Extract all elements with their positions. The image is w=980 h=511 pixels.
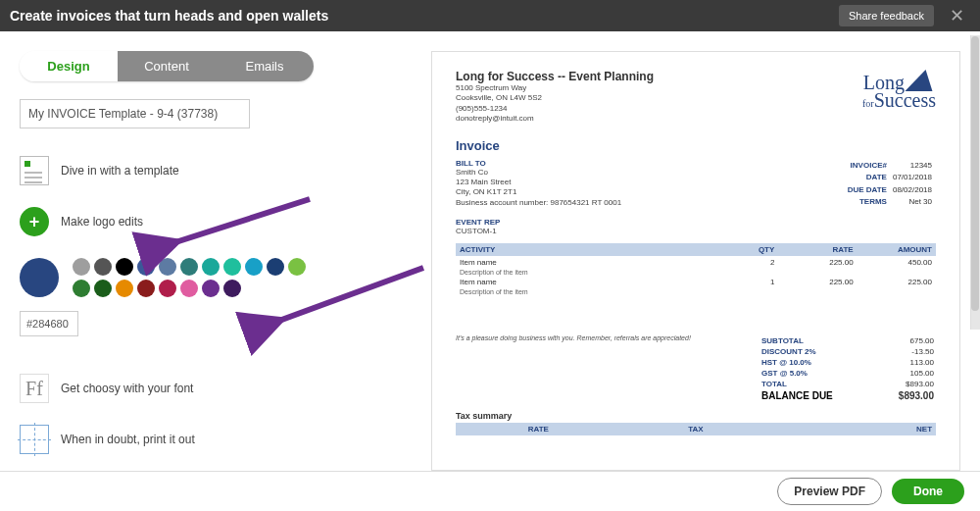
billto-street: 123 Main Street xyxy=(456,178,621,187)
logo-line2: Success xyxy=(874,89,936,111)
left-panel: Design Content Emails Dive in with a tem… xyxy=(20,51,412,471)
color-swatch[interactable] xyxy=(159,280,176,297)
tabs: Design Content Emails xyxy=(20,51,314,81)
print-size-icon xyxy=(20,425,49,454)
logo-for: for xyxy=(862,98,874,109)
color-swatch[interactable] xyxy=(202,258,220,276)
color-swatch[interactable] xyxy=(94,280,112,297)
invoice-title: Invoice xyxy=(456,138,936,153)
company-name: Long for Success -- Event Planning xyxy=(456,70,654,83)
tab-content[interactable]: Content xyxy=(118,51,216,81)
items-body: Item name2225.00450.00Description of the… xyxy=(456,256,936,295)
color-swatch[interactable] xyxy=(73,258,90,276)
done-button[interactable]: Done xyxy=(892,479,964,504)
header-right: Share feedback ✕ xyxy=(839,5,970,26)
scrollbar-thumb[interactable] xyxy=(971,36,979,311)
preview-pdf-button[interactable]: Preview PDF xyxy=(777,478,882,505)
option-label: Get choosy with your font xyxy=(61,382,193,395)
page-title: Create invoices that turn heads and open… xyxy=(10,8,328,24)
color-swatch[interactable] xyxy=(94,258,112,276)
template-icon xyxy=(20,156,49,185)
item-row: Item name2225.00450.00 xyxy=(456,256,936,269)
company-block: Long for Success -- Event Planning 5100 … xyxy=(456,70,654,125)
color-swatch[interactable] xyxy=(73,280,90,297)
color-swatch[interactable] xyxy=(223,258,241,276)
event-rep: EVENT REP CUSTOM-1 xyxy=(456,218,936,236)
tab-emails[interactable]: Emails xyxy=(216,51,314,81)
invoice-preview: Long for Success -- Event Planning 5100 … xyxy=(431,51,960,471)
color-swatch[interactable] xyxy=(116,280,133,297)
option-label: Make logo edits xyxy=(61,215,143,229)
color-swatch[interactable] xyxy=(180,280,198,297)
company-addr1: 5100 Spectrum Way xyxy=(456,83,654,93)
option-label: Dive in with a template xyxy=(61,164,179,178)
billto-block: BILL TO Smith Co 123 Main Street City, O… xyxy=(456,159,621,209)
tab-design[interactable]: Design xyxy=(20,51,118,81)
sail-icon xyxy=(905,70,939,91)
share-feedback-button[interactable]: Share feedback xyxy=(839,5,934,26)
tax-summary-label: Tax summary xyxy=(456,411,936,421)
billto-city: City, ON K1T 2T1 xyxy=(456,187,621,197)
plus-icon: + xyxy=(20,207,49,236)
annotation-arrow xyxy=(267,263,433,334)
thank-you-text: It's a pleasure doing business with you.… xyxy=(456,334,760,403)
billto-label: BILL TO xyxy=(456,159,621,168)
items-header: ACTIVITY QTY RATE AMOUNT xyxy=(456,243,936,256)
company-logo: Long forSuccess xyxy=(862,70,936,125)
svg-line-0 xyxy=(172,199,310,243)
bottom-bar: Preview PDF Done xyxy=(0,471,980,510)
invoice-meta: INVOICE#12345 DATE07/01/2018 DUE DATE08/… xyxy=(844,159,936,209)
svg-line-1 xyxy=(276,268,423,322)
color-swatch[interactable] xyxy=(116,258,133,276)
company-addr2: Cooksville, ON L4W 5S2 xyxy=(456,93,654,103)
color-swatch[interactable] xyxy=(223,280,241,297)
billto-name: Smith Co xyxy=(456,168,621,178)
color-swatch[interactable] xyxy=(159,258,176,276)
color-swatch[interactable] xyxy=(245,258,263,276)
color-swatch[interactable] xyxy=(137,258,155,276)
color-swatch[interactable] xyxy=(180,258,198,276)
color-swatch[interactable] xyxy=(137,280,155,297)
billto-bn: Business account number: 987654321 RT 00… xyxy=(456,198,621,208)
item-desc: Description of the item xyxy=(456,288,936,295)
scrollbar[interactable] xyxy=(970,35,980,330)
tax-summary-header: RATE TAX NET xyxy=(456,423,936,435)
company-phone: (905)555-1234 xyxy=(456,104,654,114)
option-font[interactable]: Ff Get choosy with your font xyxy=(20,374,412,403)
close-icon[interactable]: ✕ xyxy=(944,5,970,26)
selected-color-swatch[interactable] xyxy=(20,258,59,297)
rep-value: CUSTOM-1 xyxy=(456,227,936,236)
option-label: When in doubt, print it out xyxy=(61,433,195,446)
item-row: Item name1225.00225.00 xyxy=(456,276,936,288)
totals-table: SUBTOTAL675.00 DISCOUNT 2%-13.50 HST @ 1… xyxy=(760,334,936,403)
item-desc: Description of the item xyxy=(456,269,936,276)
template-name-input[interactable] xyxy=(20,99,250,128)
option-print[interactable]: When in doubt, print it out xyxy=(20,425,412,454)
rep-label: EVENT REP xyxy=(456,218,936,227)
annotation-arrow xyxy=(163,194,319,256)
color-swatch[interactable] xyxy=(202,280,220,297)
header-bar: Create invoices that turn heads and open… xyxy=(0,0,980,31)
font-icon: Ff xyxy=(20,374,49,403)
option-dive-template[interactable]: Dive in with a template xyxy=(20,156,412,185)
company-email: donotreply@intuit.com xyxy=(456,114,654,124)
hex-input[interactable] xyxy=(20,311,78,336)
